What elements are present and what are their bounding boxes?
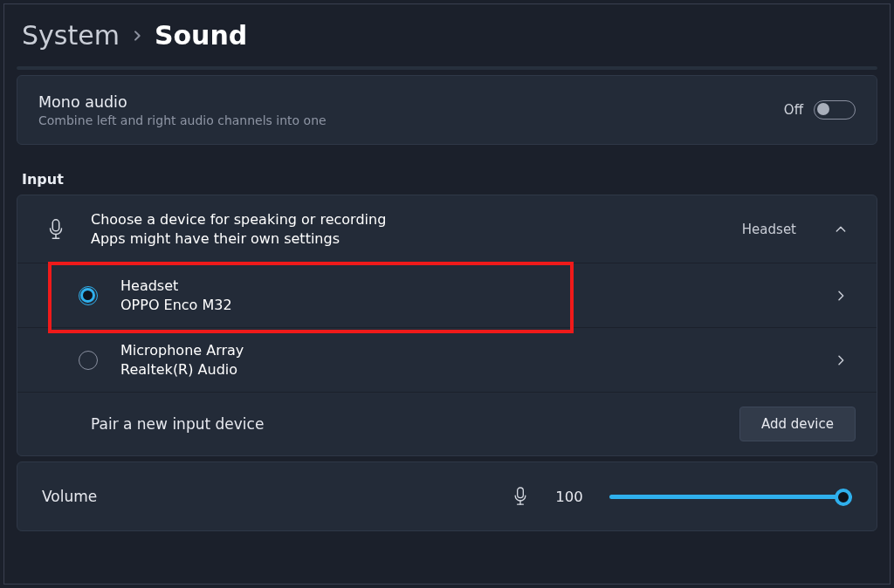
input-device-headset[interactable]: Headset OPPO Enco M32 <box>17 263 877 328</box>
volume-label: Volume <box>42 488 97 505</box>
input-section-header: Input <box>22 171 872 188</box>
breadcrumb-system-link[interactable]: System <box>22 20 120 51</box>
pair-input-device-label: Pair a new input device <box>38 415 739 433</box>
mono-audio-card: Mono audio Combine left and right audio … <box>17 75 877 145</box>
input-device-list: Headset OPPO Enco M32 Microphone Array R… <box>17 263 877 393</box>
mono-audio-title: Mono audio <box>38 93 784 111</box>
input-chooser-card: Choose a device for speaking or recordin… <box>17 195 877 456</box>
input-device-subtitle: Realtek(R) Audio <box>120 361 808 378</box>
input-device-radio-selected[interactable] <box>79 286 98 305</box>
svg-rect-0 <box>52 219 58 230</box>
mono-audio-subtitle: Combine left and right audio channels in… <box>38 113 784 127</box>
chevron-up-icon <box>826 222 856 236</box>
svg-rect-3 <box>518 488 524 498</box>
volume-slider[interactable] <box>609 486 852 507</box>
mono-audio-toggle[interactable] <box>814 100 856 120</box>
chevron-right-icon <box>826 289 856 303</box>
add-device-button[interactable]: Add device <box>739 407 856 441</box>
microphone-icon <box>512 486 529 507</box>
chevron-right-icon <box>130 29 144 43</box>
input-device-mic-array[interactable]: Microphone Array Realtek(R) Audio <box>17 328 877 393</box>
pair-input-device-row: Pair a new input device Add device <box>17 393 877 455</box>
page-title: Sound <box>155 20 247 51</box>
input-device-title: Headset <box>120 277 808 294</box>
volume-card: Volume 100 <box>17 462 877 531</box>
breadcrumb: System Sound <box>13 17 881 66</box>
divider <box>17 66 877 70</box>
mono-audio-state-label: Off <box>784 102 803 118</box>
microphone-icon <box>38 218 73 241</box>
input-chooser-subtitle: Apps might have their own settings <box>91 230 725 247</box>
input-chooser-header[interactable]: Choose a device for speaking or recordin… <box>17 195 877 263</box>
chevron-right-icon <box>826 353 856 367</box>
input-device-title: Microphone Array <box>120 342 808 359</box>
input-device-subtitle: OPPO Enco M32 <box>120 297 808 313</box>
input-selected-device-label: Headset <box>742 222 796 237</box>
volume-value: 100 <box>545 489 594 505</box>
input-chooser-title: Choose a device for speaking or recordin… <box>91 211 725 228</box>
input-device-radio[interactable] <box>79 351 98 370</box>
